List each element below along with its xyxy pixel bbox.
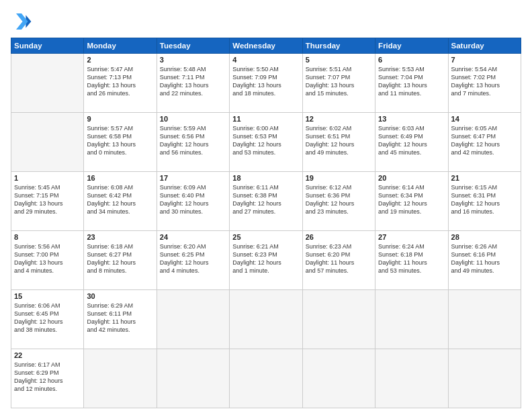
calendar-header-row: SundayMondayTuesdayWednesdayThursdayFrid… bbox=[11, 38, 521, 54]
day-number: 23 bbox=[87, 233, 153, 241]
calendar-cell: 11Sunrise: 6:00 AM Sunset: 6:53 PM Dayli… bbox=[230, 113, 302, 172]
day-number: 14 bbox=[451, 115, 518, 123]
day-info: Sunrise: 6:20 AM Sunset: 6:25 PM Dayligh… bbox=[160, 242, 226, 275]
calendar-header-monday: Monday bbox=[84, 38, 157, 54]
calendar-row-3: 1Sunrise: 5:45 AM Sunset: 7:15 PM Daylig… bbox=[11, 172, 521, 231]
day-number: 5 bbox=[306, 56, 372, 64]
day-info: Sunrise: 6:00 AM Sunset: 6:53 PM Dayligh… bbox=[232, 124, 299, 157]
day-number: 9 bbox=[87, 115, 153, 123]
day-number: 27 bbox=[378, 233, 445, 241]
calendar-cell: 20Sunrise: 6:14 AM Sunset: 6:34 PM Dayli… bbox=[375, 172, 448, 231]
calendar-header-thursday: Thursday bbox=[302, 38, 375, 54]
day-number: 15 bbox=[14, 292, 81, 300]
calendar-row-5: 15Sunrise: 6:06 AM Sunset: 6:45 PM Dayli… bbox=[11, 290, 521, 349]
calendar-cell: 18Sunrise: 6:11 AM Sunset: 6:38 PM Dayli… bbox=[230, 172, 302, 231]
day-info: Sunrise: 5:51 AM Sunset: 7:07 PM Dayligh… bbox=[306, 65, 372, 98]
day-info: Sunrise: 6:09 AM Sunset: 6:40 PM Dayligh… bbox=[160, 183, 226, 216]
calendar-cell: 16Sunrise: 6:08 AM Sunset: 6:42 PM Dayli… bbox=[84, 172, 157, 231]
calendar-cell: 19Sunrise: 6:12 AM Sunset: 6:36 PM Dayli… bbox=[302, 172, 375, 231]
day-number: 19 bbox=[306, 174, 372, 182]
day-info: Sunrise: 6:24 AM Sunset: 6:18 PM Dayligh… bbox=[378, 242, 445, 275]
calendar-cell: 9Sunrise: 5:57 AM Sunset: 6:58 PM Daylig… bbox=[84, 113, 157, 172]
day-info: Sunrise: 6:08 AM Sunset: 6:42 PM Dayligh… bbox=[87, 183, 153, 216]
day-info: Sunrise: 5:45 AM Sunset: 7:15 PM Dayligh… bbox=[14, 183, 81, 216]
calendar-header-tuesday: Tuesday bbox=[157, 38, 229, 54]
calendar-cell bbox=[448, 290, 521, 349]
calendar-cell bbox=[230, 290, 302, 349]
day-info: Sunrise: 6:02 AM Sunset: 6:51 PM Dayligh… bbox=[306, 124, 372, 157]
calendar-cell bbox=[84, 349, 157, 408]
calendar-cell: 22Sunrise: 6:17 AM Sunset: 6:29 PM Dayli… bbox=[11, 349, 84, 408]
calendar-cell: 15Sunrise: 6:06 AM Sunset: 6:45 PM Dayli… bbox=[11, 290, 84, 349]
calendar-cell bbox=[11, 54, 84, 113]
day-info: Sunrise: 6:29 AM Sunset: 6:11 PM Dayligh… bbox=[87, 302, 153, 334]
calendar-cell bbox=[302, 290, 375, 349]
calendar-cell: 2Sunrise: 5:47 AM Sunset: 7:13 PM Daylig… bbox=[84, 54, 157, 113]
calendar-header-sunday: Sunday bbox=[11, 38, 84, 54]
day-number: 6 bbox=[378, 56, 445, 64]
day-number: 30 bbox=[87, 292, 153, 300]
day-info: Sunrise: 6:03 AM Sunset: 6:49 PM Dayligh… bbox=[378, 124, 445, 157]
day-number: 21 bbox=[451, 174, 518, 182]
calendar-cell: 28Sunrise: 6:26 AM Sunset: 6:16 PM Dayli… bbox=[448, 231, 521, 290]
day-info: Sunrise: 5:54 AM Sunset: 7:02 PM Dayligh… bbox=[451, 65, 518, 98]
calendar-cell: 17Sunrise: 6:09 AM Sunset: 6:40 PM Dayli… bbox=[157, 172, 229, 231]
calendar-cell: 27Sunrise: 6:24 AM Sunset: 6:18 PM Dayli… bbox=[375, 231, 448, 290]
calendar-cell bbox=[230, 349, 302, 408]
day-number: 1 bbox=[14, 174, 81, 182]
day-number: 4 bbox=[232, 56, 299, 64]
day-info: Sunrise: 5:48 AM Sunset: 7:11 PM Dayligh… bbox=[160, 65, 226, 98]
day-info: Sunrise: 6:12 AM Sunset: 6:36 PM Dayligh… bbox=[306, 183, 372, 216]
calendar-cell: 3Sunrise: 5:48 AM Sunset: 7:11 PM Daylig… bbox=[157, 54, 229, 113]
calendar-row-1: 2Sunrise: 5:47 AM Sunset: 7:13 PM Daylig… bbox=[11, 54, 521, 113]
calendar-row-2: 9Sunrise: 5:57 AM Sunset: 6:58 PM Daylig… bbox=[11, 113, 521, 172]
day-info: Sunrise: 5:56 AM Sunset: 7:00 PM Dayligh… bbox=[14, 242, 81, 275]
calendar-cell: 21Sunrise: 6:15 AM Sunset: 6:31 PM Dayli… bbox=[448, 172, 521, 231]
day-number: 16 bbox=[87, 174, 153, 182]
day-number: 13 bbox=[378, 115, 445, 123]
calendar-cell: 7Sunrise: 5:54 AM Sunset: 7:02 PM Daylig… bbox=[448, 54, 521, 113]
day-number: 10 bbox=[160, 115, 226, 123]
day-info: Sunrise: 5:57 AM Sunset: 6:58 PM Dayligh… bbox=[87, 124, 153, 157]
day-number: 8 bbox=[14, 233, 81, 241]
day-info: Sunrise: 6:18 AM Sunset: 6:27 PM Dayligh… bbox=[87, 242, 153, 275]
calendar-cell: 25Sunrise: 6:21 AM Sunset: 6:23 PM Dayli… bbox=[230, 231, 302, 290]
day-number: 17 bbox=[160, 174, 226, 182]
calendar-cell bbox=[11, 113, 84, 172]
day-info: Sunrise: 5:50 AM Sunset: 7:09 PM Dayligh… bbox=[232, 65, 299, 98]
calendar-header-wednesday: Wednesday bbox=[230, 38, 302, 54]
day-number: 22 bbox=[14, 351, 81, 359]
calendar-cell: 6Sunrise: 5:53 AM Sunset: 7:04 PM Daylig… bbox=[375, 54, 448, 113]
calendar-header-saturday: Saturday bbox=[448, 38, 521, 54]
calendar-row-6: 22Sunrise: 6:17 AM Sunset: 6:29 PM Dayli… bbox=[11, 349, 521, 408]
day-info: Sunrise: 6:11 AM Sunset: 6:38 PM Dayligh… bbox=[232, 183, 299, 216]
day-number: 3 bbox=[160, 56, 226, 64]
calendar-cell: 1Sunrise: 5:45 AM Sunset: 7:15 PM Daylig… bbox=[11, 172, 84, 231]
calendar-cell bbox=[157, 290, 229, 349]
day-number: 28 bbox=[451, 233, 518, 241]
day-info: Sunrise: 6:15 AM Sunset: 6:31 PM Dayligh… bbox=[451, 183, 518, 216]
day-number: 7 bbox=[451, 56, 518, 64]
day-number: 26 bbox=[306, 233, 372, 241]
day-number: 25 bbox=[232, 233, 299, 241]
day-info: Sunrise: 6:26 AM Sunset: 6:16 PM Dayligh… bbox=[451, 242, 518, 275]
calendar-header-friday: Friday bbox=[375, 38, 448, 54]
calendar-cell bbox=[448, 349, 521, 408]
day-number: 11 bbox=[232, 115, 299, 123]
calendar-cell: 13Sunrise: 6:03 AM Sunset: 6:49 PM Dayli… bbox=[375, 113, 448, 172]
calendar-cell bbox=[302, 349, 375, 408]
calendar-cell bbox=[375, 290, 448, 349]
day-info: Sunrise: 6:14 AM Sunset: 6:34 PM Dayligh… bbox=[378, 183, 445, 216]
header bbox=[11, 11, 521, 32]
calendar-cell: 26Sunrise: 6:23 AM Sunset: 6:20 PM Dayli… bbox=[302, 231, 375, 290]
day-info: Sunrise: 6:05 AM Sunset: 6:47 PM Dayligh… bbox=[451, 124, 518, 157]
calendar-cell bbox=[375, 349, 448, 408]
calendar-cell: 4Sunrise: 5:50 AM Sunset: 7:09 PM Daylig… bbox=[230, 54, 302, 113]
day-info: Sunrise: 5:53 AM Sunset: 7:04 PM Dayligh… bbox=[378, 65, 445, 98]
calendar-cell bbox=[157, 349, 229, 408]
day-info: Sunrise: 5:47 AM Sunset: 7:13 PM Dayligh… bbox=[87, 65, 153, 98]
page: SundayMondayTuesdayWednesdayThursdayFrid… bbox=[0, 0, 532, 411]
calendar-cell: 5Sunrise: 5:51 AM Sunset: 7:07 PM Daylig… bbox=[302, 54, 375, 113]
calendar-cell: 10Sunrise: 5:59 AM Sunset: 6:56 PM Dayli… bbox=[157, 113, 229, 172]
calendar-cell: 30Sunrise: 6:29 AM Sunset: 6:11 PM Dayli… bbox=[84, 290, 157, 349]
